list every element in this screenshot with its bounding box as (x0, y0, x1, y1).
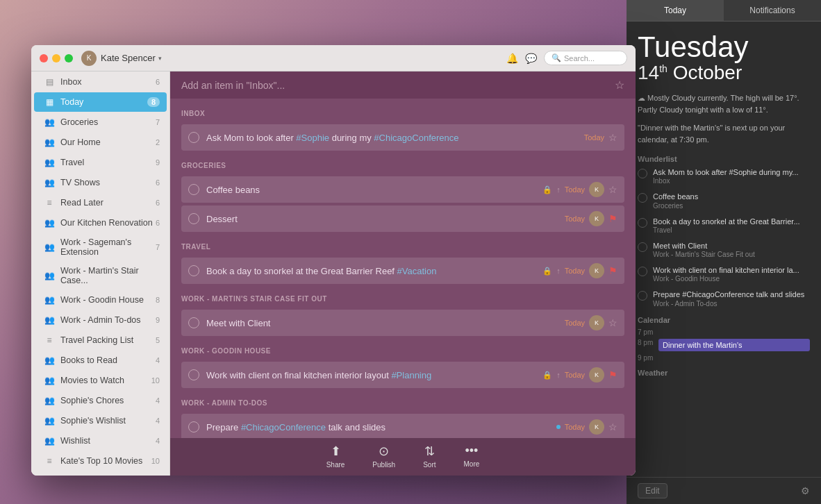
sidebar-item-sophies-chores[interactable]: 👥 Sophie's Chores 4 (34, 391, 167, 410)
more-icon: ••• (465, 444, 478, 458)
time-row: 7 pm (638, 328, 810, 336)
list-icon: 👥 (44, 137, 55, 148)
sidebar-item-travel-packing[interactable]: ≡ Travel Packing List 5 (34, 330, 167, 350)
flag-icon[interactable]: ⚑ (608, 265, 617, 276)
more-button[interactable]: ••• More (464, 444, 480, 469)
item-text: Work with client on final kitchen interi… (653, 265, 799, 275)
task-checkbox[interactable] (638, 169, 647, 178)
tab-today[interactable]: Today (627, 0, 724, 21)
task-checkbox[interactable] (188, 421, 199, 432)
task-checkbox[interactable] (188, 369, 199, 380)
star-icon[interactable]: ☆ (608, 184, 617, 195)
maximize-button[interactable] (65, 54, 73, 62)
task-checkbox[interactable] (188, 184, 199, 195)
sidebar-item-travel[interactable]: 👥 Travel 9 (34, 153, 167, 172)
upload-icon: ↑ (556, 267, 561, 275)
task-checkbox[interactable] (188, 213, 199, 224)
bell-icon[interactable]: 🔔 (506, 53, 518, 64)
sidebar-count: 6 (156, 178, 160, 187)
avatar: K (589, 182, 604, 197)
lock-icon: 🔒 (542, 267, 552, 276)
task-row[interactable]: Ask Mom to look after #Sophie during my … (181, 124, 624, 151)
chevron-down-icon[interactable]: ▾ (158, 55, 162, 62)
task-row[interactable]: Coffee beans 🔒 ↑ Today K ☆ (181, 176, 624, 203)
sidebar-label: Work - Goodin House (60, 295, 144, 305)
task-checkbox[interactable] (638, 193, 647, 203)
sidebar-count: 4 (156, 396, 160, 405)
sort-button[interactable]: ⇅ Sort (423, 444, 436, 469)
task-checkbox[interactable] (188, 317, 199, 328)
edit-button[interactable]: Edit (638, 483, 667, 498)
task-row[interactable]: Book a day to snorkel at the Great Barri… (181, 258, 624, 284)
sidebar-label: Sophie's Chores (60, 396, 124, 405)
chat-icon[interactable]: 💬 (525, 53, 537, 64)
task-checkbox[interactable] (638, 267, 647, 276)
sidebar-item-tv-shows[interactable]: 👥 TV Shows 6 (34, 173, 167, 192)
right-panel: Today Notifications Tuesday 14th October… (627, 0, 821, 504)
sidebar-item-our-kitchen[interactable]: 👥 Our Kitchen Renovation 6 (34, 213, 167, 233)
time-label: 7 pm (638, 328, 658, 336)
task-row[interactable]: Dessert Today K ⚑ (181, 205, 624, 232)
sidebar-item-books[interactable]: 👥 Books to Read 4 (34, 351, 167, 370)
task-checkbox[interactable] (638, 242, 647, 252)
share-button[interactable]: ⬆ Share (326, 444, 345, 469)
sidebar-item-today[interactable]: ▦ Today 8 (34, 92, 167, 112)
sidebar-item-work-goodin[interactable]: 👥 Work - Goodin House 8 (34, 290, 167, 310)
flag-icon[interactable]: ⚑ (608, 213, 617, 224)
task-checkbox[interactable] (638, 218, 647, 228)
favorite-icon[interactable]: ☆ (615, 78, 624, 92)
minimize-button[interactable] (52, 54, 60, 62)
sidebar-item-kates-top10[interactable]: ≡ Kate's Top 10 Movies 10 (34, 451, 167, 471)
star-icon[interactable]: ☆ (608, 421, 617, 432)
task-row[interactable]: Meet with Client Today K ☆ (181, 310, 624, 336)
share-icon: ⬆ (331, 444, 341, 459)
list-icon: 👥 (44, 177, 55, 188)
settings-icon[interactable]: ⚙ (801, 485, 810, 496)
add-item-input[interactable] (181, 80, 615, 91)
section-header-travel: TRAVEL (181, 240, 624, 253)
sidebar-item-read-later[interactable]: ≡ Read Later 6 (34, 193, 167, 212)
sidebar-item-wishlist[interactable]: 👥 Wishlist 4 (34, 431, 167, 451)
tab-notifications[interactable]: Notifications (724, 0, 821, 21)
task-meta: Today K ☆ (565, 315, 617, 330)
task-checkbox[interactable] (638, 291, 647, 301)
app-body: ▤ Inbox 6 ▦ Today 8 👥 Groceries 7 👥 Our … (31, 72, 636, 476)
star-icon[interactable]: ☆ (608, 317, 617, 328)
upload-icon: ↑ (556, 185, 561, 194)
date-day: Tuesday (638, 33, 810, 62)
task-row[interactable]: Prepare #ChicagoConference talk and slid… (181, 414, 624, 438)
task-checkbox[interactable] (188, 265, 199, 276)
task-meta: Today ☆ (584, 132, 617, 143)
sort-icon: ⇅ (424, 444, 435, 459)
add-list-button[interactable]: + (31, 471, 169, 476)
sidebar-item-groceries[interactable]: 👥 Groceries 7 (34, 112, 167, 132)
flag-icon[interactable]: ⚑ (608, 369, 617, 380)
task-row[interactable]: Work with client on final kitchen interi… (181, 362, 624, 388)
search-box[interactable]: 🔍 Search... (544, 51, 627, 65)
sidebar-label: Our Home (60, 137, 101, 147)
calendar-note: "Dinner with the Martin's" is next up on… (638, 122, 810, 145)
close-button[interactable] (40, 54, 48, 62)
task-checkbox[interactable] (188, 132, 199, 143)
sidebar-item-our-home[interactable]: 👥 Our Home 2 (34, 133, 167, 152)
list-icon: 👥 (44, 375, 55, 386)
sidebar-item-work-sageman[interactable]: 👥 Work - Sageman's Extension 7 (34, 233, 167, 261)
sidebar-count: 6 (156, 199, 160, 207)
list-icon: 👥 (44, 435, 55, 446)
sidebar-item-inbox[interactable]: ▤ Inbox 6 (34, 72, 167, 92)
publish-button[interactable]: ⊙ Publish (372, 444, 395, 469)
sidebar-item-work-admin[interactable]: 👥 Work - Admin To-dos 9 (34, 310, 167, 330)
lock-icon: 🔒 (542, 371, 552, 380)
time-row: 9 pm (638, 354, 810, 362)
wunderlist-label: Wunderlist (638, 155, 810, 163)
lock-icon: 🔒 (542, 185, 552, 194)
sidebar-item-sophies-wishlist[interactable]: 👥 Sophie's Wishlist 4 (34, 411, 167, 430)
task-text: Meet with Client (206, 318, 565, 328)
sidebar-item-movies[interactable]: 👥 Movies to Watch 10 (34, 371, 167, 390)
time-label: 8 pm (638, 339, 658, 346)
avatar: K (81, 51, 97, 66)
task-text: Book a day to snorkel at the Great Barri… (206, 266, 542, 276)
sidebar-item-work-martin[interactable]: 👥 Work - Martin's Stair Case... (34, 262, 167, 289)
list-icon: 👥 (44, 415, 55, 426)
star-icon[interactable]: ☆ (608, 132, 617, 143)
